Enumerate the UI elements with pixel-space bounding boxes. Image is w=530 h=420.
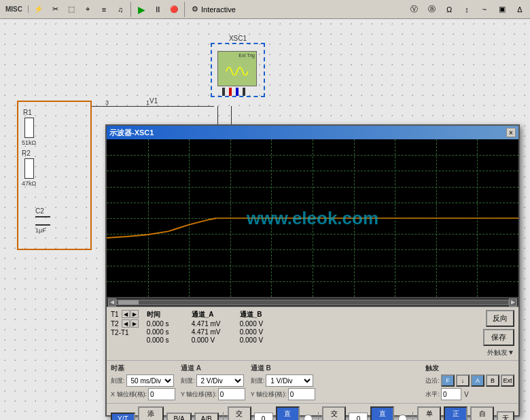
radio-a[interactable] <box>304 415 313 421</box>
t2-arrows[interactable]: ◀ ▶ <box>122 319 139 328</box>
yt-button[interactable]: Y/T <box>111 413 135 421</box>
ba-button[interactable]: B/A <box>166 413 191 421</box>
c2-body <box>35 216 50 226</box>
circuit-area: XSC1 Ext Trig V1 3 1 R1 51kΩ R2 47kΩ <box>0 19 530 420</box>
t1-row: T1 ◀ ▶ <box>111 310 139 318</box>
xsc1-inner: Ext Trig <box>217 51 257 86</box>
t1-left-btn[interactable]: ◀ <box>122 310 130 318</box>
ch-b-y-label: Y 轴位移(格): <box>251 390 287 399</box>
trig-edge-btns: F ↓ A B Ext <box>441 374 514 387</box>
t1-chb-val: 0.000 V <box>240 320 277 328</box>
toolbar-btn-4[interactable]: ⌖ <box>80 2 95 17</box>
ch-a-y-row: Y 轴位移(格): <box>181 388 245 400</box>
ch-b-scale-select[interactable]: 1 V/Div <box>266 374 313 387</box>
osc-scrollbar[interactable]: ◀ ▶ <box>107 297 518 307</box>
time-base-group: 时基 刻度: 50 ms/Div X 轴位移(格): <box>111 364 175 400</box>
toolbar-right-btn-5[interactable]: ~ <box>477 2 492 17</box>
ch-a-scale-select[interactable]: 2 V/Div <box>196 374 244 387</box>
auto-btn[interactable]: 自动 <box>470 406 494 420</box>
reverse-button[interactable]: 反向 <box>486 310 514 327</box>
trig-ext-btn[interactable]: Ext <box>501 374 514 387</box>
ext-trig-label[interactable]: 外触发▼ <box>483 348 514 357</box>
tb-scale-label: 刻度: <box>111 377 125 385</box>
radio-b[interactable] <box>398 415 407 421</box>
toolbar-right: Ⓥ ⓐ Ω ↕ ~ ▣ Δ <box>406 2 527 17</box>
toolbar-right-btn-3[interactable]: Ω <box>442 2 457 17</box>
osc-titlebar[interactable]: 示波器-XSC1 × <box>107 126 518 139</box>
add-button[interactable]: 添加 <box>138 406 164 420</box>
t2-row: T2 ◀ ▶ <box>111 319 139 328</box>
scroll-thumb[interactable] <box>118 300 139 304</box>
t2t1-cha-val: 0.000 V <box>192 336 229 344</box>
ch-a-y-input[interactable] <box>218 388 245 400</box>
t1-time-val: 0.000 s <box>147 320 181 328</box>
toolbar-btn-1[interactable]: ⚡ <box>31 2 46 17</box>
x-shift-input[interactable] <box>148 388 175 400</box>
wire-h-top <box>92 106 214 107</box>
toolbar-btn-5[interactable]: ≡ <box>96 2 111 17</box>
toolbar-btn-2[interactable]: ✂ <box>48 2 63 17</box>
signal-trace-svg <box>107 139 518 297</box>
play-button[interactable]: ▶ <box>134 2 149 17</box>
x-shift-label: X 轴位移(格): <box>111 390 147 399</box>
num-input-a[interactable] <box>254 413 273 420</box>
meas-table: 时间 通道_A 通道_B 0.000 s 4.471 mV 0.000 V 0.… <box>147 310 277 344</box>
pause-button[interactable]: ⏸ <box>150 2 165 17</box>
osc-close-button[interactable]: × <box>506 128 516 137</box>
ch-b-y-input[interactable] <box>288 388 315 400</box>
scroll-left-btn[interactable]: ◀ <box>108 298 116 307</box>
c2-value: 1μF <box>35 227 50 234</box>
xsc1-pin-1 <box>222 88 225 96</box>
meas-row: T1 ◀ ▶ T2 ◀ ▶ T2-T1 <box>107 307 518 361</box>
normal-btn[interactable]: 正常 <box>444 406 467 420</box>
xsc1-pin-4 <box>243 88 245 96</box>
t2-left-btn[interactable]: ◀ <box>122 319 130 328</box>
stop-button[interactable]: 🔴 <box>166 2 181 17</box>
none-btn[interactable]: 无 <box>497 411 514 420</box>
osc-controls: T1 ◀ ▶ T2 ◀ ▶ T2-T1 <box>107 307 518 415</box>
t2t1-label: T2-T1 <box>111 329 129 336</box>
toolbar-btn-6[interactable]: ♫ <box>113 2 128 17</box>
level-input[interactable] <box>441 388 461 400</box>
scroll-right-btn[interactable]: ▶ <box>509 298 517 307</box>
toolbar-right-btn-4[interactable]: ↕ <box>459 2 474 17</box>
toolbar-btn-3[interactable]: ⬚ <box>64 2 79 17</box>
t2-label: T2 <box>111 320 119 328</box>
ab-button[interactable]: A/B <box>194 413 219 421</box>
num-input-b[interactable] <box>349 413 368 420</box>
meas-header: 时间 通道_A 通道_B <box>147 310 277 319</box>
toolbar-right-btn-7[interactable]: Δ <box>512 2 527 17</box>
t2t1-values: 0.000 s 0.000 V 0.000 V <box>147 336 277 344</box>
trig-a-btn[interactable]: A <box>471 374 484 387</box>
dc-btn-b[interactable]: 直流 <box>370 406 394 420</box>
time-base-select[interactable]: 50 ms/Div <box>126 374 174 387</box>
t2-right-btn[interactable]: ▶ <box>130 319 139 328</box>
t1-arrows[interactable]: ◀ ▶ <box>122 310 139 318</box>
xsc1-component[interactable]: XSC1 Ext Trig <box>211 43 265 97</box>
single-btn[interactable]: 单次 <box>417 406 441 420</box>
trig-edge-row: 边沿: F ↓ A B Ext <box>425 374 514 387</box>
dc-btn-a[interactable]: 直流 <box>276 406 300 420</box>
ac-btn-a[interactable]: 交流 <box>228 406 251 420</box>
ext-trig-text: Ext Trig <box>238 53 255 58</box>
t1-label: T1 <box>111 311 119 318</box>
edge-label: 边沿: <box>425 377 440 385</box>
trig-down-btn[interactable]: ↓ <box>456 374 470 387</box>
trig-b-btn[interactable]: B <box>486 374 499 387</box>
trig-label: 触发 <box>425 364 514 373</box>
scroll-track[interactable] <box>116 300 509 305</box>
toolbar-right-btn-2[interactable]: ⓐ <box>424 2 439 17</box>
toolbar-right-btn-6[interactable]: ▣ <box>495 2 510 17</box>
save-button[interactable]: 保存 <box>483 329 514 346</box>
trig-level-row: 水平: V <box>425 388 514 400</box>
t1-right-btn[interactable]: ▶ <box>130 310 139 318</box>
trig-f-btn[interactable]: F <box>441 374 455 387</box>
toolbar-right-btn-1[interactable]: Ⓥ <box>406 2 421 17</box>
trigger-group: 触发 边沿: F ↓ A B Ext 水平: <box>425 364 514 400</box>
toolbar-playback: ▶ ⏸ 🔴 <box>134 2 185 17</box>
r1-value: 51kΩ <box>22 139 36 146</box>
ac-btn-b[interactable]: 交流 <box>322 406 346 420</box>
ch-b-y-row: Y 轴位移(格): <box>251 388 315 400</box>
divider-1 <box>223 412 224 420</box>
divider-2 <box>318 412 319 420</box>
